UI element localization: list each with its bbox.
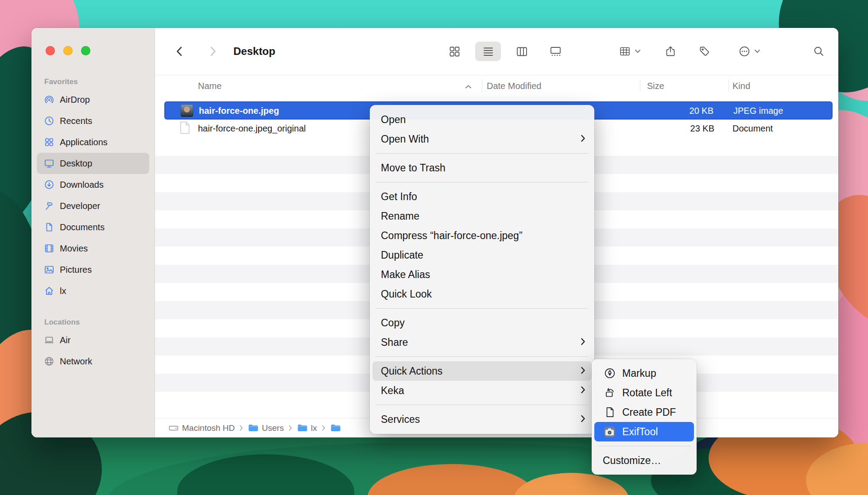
- sidebar-item-developer[interactable]: Developer: [37, 195, 149, 217]
- column-view-icon: [516, 46, 528, 58]
- path-separator-icon: [240, 423, 243, 433]
- sidebar-item-air[interactable]: Air: [37, 329, 149, 351]
- submenu-item-customize[interactable]: Customize…: [592, 451, 697, 470]
- icon-view-button[interactable]: [442, 42, 467, 61]
- submenu-item-create-pdf[interactable]: Create PDF: [592, 402, 697, 422]
- column-divider[interactable]: [482, 79, 482, 92]
- sidebar-item-movies[interactable]: Movies: [37, 238, 149, 259]
- sidebar-item-home[interactable]: lx: [37, 280, 149, 302]
- menu-item-quick-actions[interactable]: Quick Actions: [372, 361, 592, 381]
- list-view-icon: [482, 46, 494, 58]
- menu-item-copy[interactable]: Copy: [370, 313, 594, 333]
- tags-button[interactable]: [699, 46, 711, 58]
- chevron-down-icon: [635, 50, 641, 54]
- path-item-macintosh-hd[interactable]: Macintosh HD: [169, 423, 235, 433]
- clock-icon: [44, 116, 54, 126]
- path-item-folder[interactable]: [330, 424, 341, 432]
- share-button[interactable]: [665, 46, 677, 58]
- menu-item-move-to-trash[interactable]: Move to Trash: [370, 158, 594, 178]
- path-label: lx: [311, 423, 317, 433]
- search-icon: [813, 46, 825, 58]
- sidebar-item-network[interactable]: Network: [37, 351, 149, 372]
- submenu-arrow-icon: [581, 385, 585, 397]
- path-item-lx[interactable]: lx: [297, 423, 317, 433]
- search-button[interactable]: [813, 46, 825, 58]
- submenu-item-exiftool[interactable]: ExifTool: [594, 422, 694, 441]
- context-menu: Open Open With Move to Trash Get Info Re…: [370, 105, 594, 434]
- minimize-button[interactable]: [63, 46, 73, 55]
- rotate-left-icon: [604, 387, 616, 399]
- sidebar-item-pictures[interactable]: Pictures: [37, 259, 149, 280]
- sidebar-item-airdrop[interactable]: AirDrop: [37, 89, 149, 110]
- sidebar-item-label: Downloads: [60, 180, 104, 190]
- sidebar-item-documents[interactable]: Documents: [37, 217, 149, 238]
- menu-item-make-alias[interactable]: Make Alias: [370, 265, 594, 284]
- menu-item-label: Move to Trash: [381, 162, 446, 174]
- sidebar-item-label: AirDrop: [60, 95, 90, 105]
- menu-separator: [597, 446, 691, 446]
- photo-icon: [44, 264, 54, 275]
- column-header-date-modified[interactable]: Date Modified: [487, 81, 541, 91]
- sidebar-item-recents[interactable]: Recents: [37, 110, 149, 131]
- column-view-button[interactable]: [509, 42, 535, 61]
- submenu-arrow-icon: [581, 133, 585, 145]
- sidebar: Favorites AirDrop Recents Applications D…: [31, 28, 155, 437]
- menu-item-get-info[interactable]: Get Info: [370, 187, 594, 206]
- menu-item-keka[interactable]: Keka: [370, 381, 594, 400]
- column-header-kind[interactable]: Kind: [732, 81, 750, 91]
- menu-separator: [376, 182, 589, 182]
- sidebar-item-downloads[interactable]: Downloads: [37, 174, 149, 195]
- image-thumbnail: [181, 104, 193, 117]
- path-separator-icon: [322, 423, 326, 433]
- zoom-button[interactable]: [81, 46, 90, 55]
- menu-item-compress[interactable]: Compress “hair-force-one.jpeg”: [370, 226, 594, 245]
- menu-item-quick-look[interactable]: Quick Look: [370, 284, 594, 304]
- sidebar-item-label: Air: [60, 335, 70, 345]
- column-header-size[interactable]: Size: [647, 81, 664, 91]
- menu-item-label: Quick Look: [381, 288, 432, 300]
- menu-item-open-with[interactable]: Open With: [370, 129, 594, 149]
- quick-actions-submenu: Markup Rotate Left Create PDF ExifTool C…: [592, 359, 697, 475]
- gallery-view-icon: [550, 46, 562, 58]
- hammer-icon: [44, 201, 54, 211]
- sidebar-item-label: Pictures: [60, 265, 92, 275]
- gallery-view-button[interactable]: [542, 42, 568, 61]
- folder-icon: [330, 424, 341, 432]
- group-button[interactable]: [619, 46, 641, 58]
- submenu-item-markup[interactable]: Markup: [592, 364, 697, 383]
- menu-item-share[interactable]: Share: [370, 333, 594, 352]
- column-header-name[interactable]: Name: [198, 81, 221, 91]
- forward-button[interactable]: [207, 46, 218, 57]
- more-actions-button[interactable]: [739, 46, 760, 58]
- sidebar-item-desktop[interactable]: Desktop: [37, 153, 149, 174]
- path-separator-icon: [289, 423, 292, 433]
- exiftool-icon: [604, 426, 616, 438]
- menu-item-open[interactable]: Open: [370, 110, 594, 129]
- globe-icon: [44, 356, 54, 367]
- app-grid-icon: [44, 137, 54, 147]
- sidebar-item-label: Movies: [60, 244, 88, 254]
- menu-item-rename[interactable]: Rename: [370, 206, 594, 226]
- path-item-users[interactable]: Users: [248, 423, 284, 433]
- submenu-arrow-icon: [581, 414, 585, 425]
- sidebar-item-applications[interactable]: Applications: [37, 131, 149, 153]
- desktop-icon: [44, 158, 54, 169]
- sidebar-list: Favorites AirDrop Recents Applications D…: [31, 77, 155, 372]
- menu-item-services[interactable]: Services: [370, 410, 594, 429]
- menu-item-duplicate[interactable]: Duplicate: [370, 245, 594, 265]
- share-icon: [665, 46, 677, 58]
- submenu-item-rotate-left[interactable]: Rotate Left: [592, 383, 697, 402]
- blank-document-icon: [180, 121, 190, 136]
- submenu-arrow-icon: [581, 365, 585, 377]
- menu-item-label: Open: [381, 114, 406, 126]
- column-divider[interactable]: [640, 79, 640, 92]
- menu-separator: [376, 153, 589, 154]
- chevron-down-icon: [755, 50, 760, 54]
- list-view-button[interactable]: [475, 42, 501, 61]
- sidebar-item-label: Recents: [60, 116, 92, 126]
- column-divider[interactable]: [728, 79, 729, 92]
- sidebar-item-label: lx: [60, 286, 66, 296]
- back-button[interactable]: [174, 46, 186, 57]
- group-icon: [619, 46, 631, 58]
- close-button[interactable]: [46, 46, 55, 55]
